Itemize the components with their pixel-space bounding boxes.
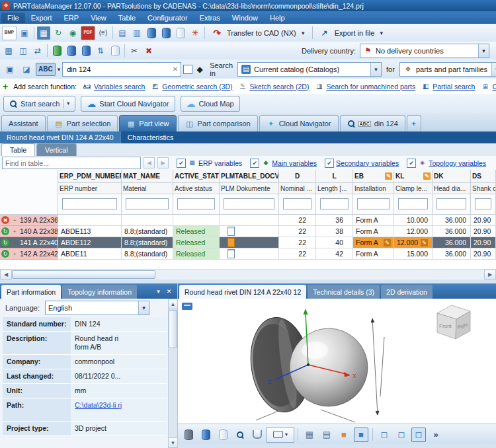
sync-tables-icon[interactable]: ⇄ [31,44,44,57]
menu-erp[interactable]: ERP [58,13,85,23]
geometric-search-link[interactable]: ◩Geometric search (3D) [150,82,232,91]
menu-help[interactable]: Help [264,13,291,23]
cell-eb[interactable]: Form A✎ [353,237,394,248]
cell-ds[interactable]: 20.90 [471,237,496,248]
hatch-icon[interactable]: ▦ [302,428,317,442]
refresh-row-icon[interactable]: ↻ [1,239,9,246]
cut-view-blue-icon[interactable] [198,428,213,442]
wireframe-cube-icon[interactable]: ◻ [411,428,426,442]
cloud-map-button[interactable]: ☁ Cloud Map [181,96,240,112]
cell-erp[interactable]: ABDE112 [58,237,122,248]
measure-cup-icon[interactable] [250,428,265,442]
tab-table[interactable]: Table [1,143,35,156]
column-header[interactable]: ERP_PDM_NUMBER [58,170,122,183]
tab-2d-derivation[interactable]: 2D derivation [381,285,433,299]
cell-plm[interactable] [220,226,279,237]
layers-icon[interactable]: ▤ [319,428,334,442]
column-header[interactable]: MAT_NAME [122,170,173,183]
tab-technical-details[interactable]: Technical details (3) [308,285,380,299]
transfer-to-cad-button[interactable]: ↷ Transfer to CAD (NX) ▾ [207,25,310,41]
search-for-dropdown[interactable]: ❖ parts and part families ▾ [399,62,496,77]
cell-plm[interactable] [220,215,279,226]
cell-dk[interactable]: 36.000 [433,226,471,237]
search-input[interactable] [65,65,170,74]
cell-d[interactable]: 22 [279,237,316,248]
cell-material[interactable]: 8.8;(standard) [122,237,173,248]
close-icon[interactable]: ✕ [165,288,173,295]
highlight-icon[interactable]: ◪ [20,63,33,76]
tab-part-information[interactable]: Part information [1,285,61,299]
cell-ds[interactable]: 20.90 [471,226,496,237]
search-field[interactable]: ✕ [62,62,181,77]
column-filter-input[interactable] [283,198,311,209]
column-header[interactable]: ACTIVE_STATE [173,170,220,183]
database-light-icon[interactable] [108,44,122,57]
tab-part-view[interactable]: ▦Part view [119,115,176,131]
language-dropdown[interactable]: English ▾ [45,301,149,315]
column-header[interactable]: KL✎ [394,170,433,183]
tab-vertical[interactable]: Vertical [36,143,76,156]
more-tools-icon[interactable]: » [429,428,443,442]
chevron-down-icon[interactable]: ▾ [299,28,308,38]
start-search-button[interactable]: Start search ▾ [3,96,75,112]
row-label[interactable]: ✖+139 A 22x36 [0,215,58,226]
add-row-icon[interactable]: + [11,227,19,235]
sketch-search-link[interactable]: ✎Sketch search (2D) [238,82,310,91]
menu-extras[interactable]: Extras [194,13,226,23]
path-link[interactable]: C:\data\23d-li rj [71,398,130,421]
cube-front-label[interactable]: Front [439,323,452,329]
chevron-down-icon[interactable]: ▾ [377,28,386,38]
cell-l[interactable]: 40 [316,237,353,248]
zoom-icon[interactable] [233,428,247,442]
menu-configurator[interactable]: Configurator [142,13,194,23]
table-doc-icon[interactable]: ▤ [116,26,129,40]
database-icon[interactable] [159,26,173,40]
cell-material[interactable]: 8.8;(standard) [122,226,173,237]
scroll-up-icon[interactable]: ▲ [168,299,178,309]
delivery-country-dropdown[interactable]: ⚑ No delivery countries ▾ [360,44,489,58]
refresh-globe-icon[interactable]: ↻ [52,26,65,40]
database-light-icon[interactable] [174,26,187,40]
export-in-file-button[interactable]: ↗ Export in file ▾ [315,25,389,41]
tab-topology-information[interactable]: Topology information [62,285,137,299]
cell-kl[interactable]: 12.000✎ [394,237,433,248]
filter-topology-variables[interactable]: ✔◈Topology variables [407,159,486,168]
part-info-scrollbar[interactable]: ▲ ▼ [168,299,177,448]
cell-dk[interactable]: 36.000 [433,248,471,260]
find-previous-button[interactable]: ◀ [144,157,155,168]
add-row-icon[interactable]: + [11,239,19,246]
document-icon[interactable] [227,249,235,258]
variables-search-link[interactable]: A:3Variables search [82,82,145,91]
column-filter-input[interactable] [475,198,491,209]
menu-window[interactable]: Window [226,13,264,23]
chevron-down-icon[interactable]: ▾ [58,64,61,75]
row-label-selected[interactable]: ↻+141 A 22x40 [0,237,58,248]
cell-status[interactable]: Released [173,248,220,260]
scrollbar-thumb[interactable] [12,270,155,279]
cell-erp[interactable]: ABDE113 [58,226,122,237]
tab-search-din124[interactable]: ABCdin 124 [340,115,405,131]
tab-part-comparison[interactable]: ◫Part comparison [178,115,258,131]
new-tab-button[interactable]: + [407,115,421,131]
cell-erp[interactable] [58,215,122,226]
cell-l[interactable]: 36 [316,215,353,226]
tab-assistant[interactable]: Assistant [1,115,46,131]
erp-variables-checkbox[interactable]: ✔ [177,159,186,168]
add-row-icon[interactable]: + [11,250,19,258]
shaded-cube-icon[interactable]: ■ [354,428,368,442]
copy-table-icon[interactable]: ◫ [17,44,30,57]
partial-search-link[interactable]: ◧Partial search [421,82,475,91]
column-filter-input[interactable] [177,198,215,209]
refresh-row-icon[interactable]: ↻ [1,227,9,235]
filter-secondary-variables[interactable]: ✔Secondary variables [325,159,399,168]
abc-search-toggle[interactable]: ABC [36,63,56,76]
row-label[interactable]: ↻+140 A 22x38 [0,226,58,237]
cell-d[interactable]: 22 [279,226,316,237]
wireframe-cube-icon[interactable]: ◻ [394,428,409,442]
column-header[interactable]: DS [471,170,496,183]
preview-title-tab[interactable]: Round head rivet DIN 124 A 22x40 12 [179,285,306,299]
viewport-corner-icon[interactable] [182,303,192,310]
image-export-icon[interactable]: ▣ [18,26,31,40]
scrollbar-thumb[interactable] [169,310,177,348]
cell-eb[interactable]: Form A [353,248,394,260]
